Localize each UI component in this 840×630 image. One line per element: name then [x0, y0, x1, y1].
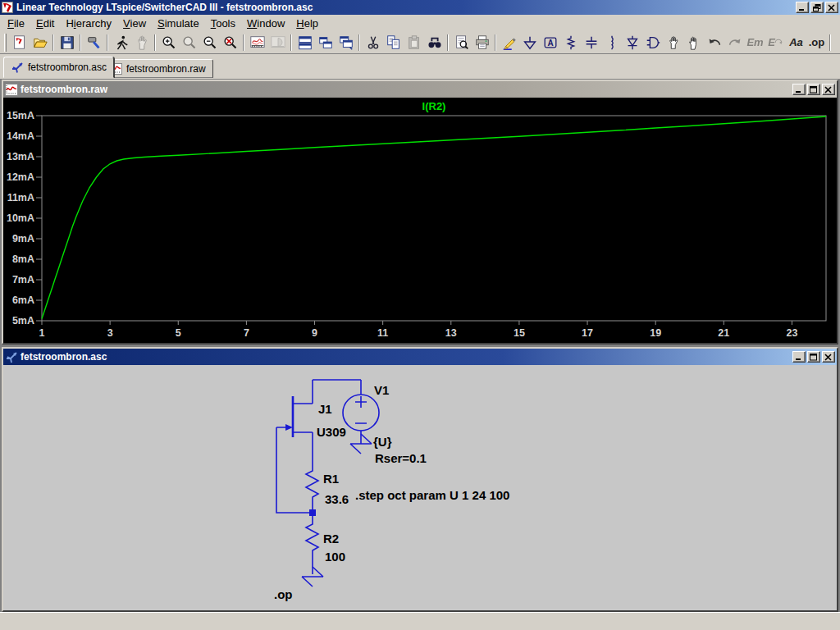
y-tick-label: 5mA	[12, 315, 34, 326]
move-icon[interactable]	[663, 33, 683, 52]
toolbar-separator	[107, 34, 108, 51]
y-tick-label: 11mA	[7, 192, 34, 203]
x-tick-label: 5	[176, 327, 181, 339]
waveform-plot-area[interactable]: 5mA6mA7mA8mA9mA10mA11mA12mA13mA14mA15mA1…	[3, 98, 837, 343]
schematic-window-title: fetstroombron.asc	[21, 351, 107, 363]
y-tick-label: 15mA	[7, 110, 34, 121]
cascade-windows-icon[interactable]	[336, 33, 356, 52]
op-directive-label: .op	[274, 587, 293, 601]
schematic-window-titlebar: fetstroombron.asc	[3, 349, 837, 365]
schematic-canvas[interactable]: V1 J1 U309 {U} Rser=0.1 R1 33.6 .step oc…	[3, 365, 837, 610]
halt-icon[interactable]	[131, 33, 152, 52]
y-tick-label: 7mA	[12, 274, 34, 285]
paste-icon[interactable]	[404, 33, 424, 52]
spice-directive-icon[interactable]: .op	[806, 33, 827, 52]
toolbar-separator	[80, 34, 81, 51]
trace-ir2	[42, 116, 826, 319]
toolbar-separator	[829, 34, 831, 51]
tab-waveform[interactable]: fetstroombron.raw	[102, 59, 213, 78]
r2-value-label: 100	[325, 550, 345, 564]
minimize-button[interactable]	[792, 84, 806, 95]
zoom-back-icon[interactable]	[179, 33, 199, 52]
menu-item-edit[interactable]: Edit	[30, 16, 60, 31]
control-panel-icon[interactable]	[84, 33, 104, 52]
undo-icon[interactable]	[704, 33, 724, 52]
place-resistor-icon[interactable]	[560, 33, 581, 52]
v1-rser-label: Rser=0.1	[375, 451, 427, 465]
efficiency-report-icon[interactable]	[267, 33, 288, 52]
zoom-in-icon[interactable]	[158, 33, 179, 52]
y-tick-label: 13mA	[7, 151, 34, 162]
trace-legend[interactable]: I(R2)	[422, 100, 446, 112]
minimize-button[interactable]	[796, 2, 809, 13]
v1-name-label: V1	[374, 383, 389, 397]
toolbar: A Em E Aa .op	[0, 31, 840, 54]
draw-wire-icon[interactable]	[499, 33, 519, 52]
menu-item-tools[interactable]: Tools	[205, 16, 241, 31]
r1-value-label: 33.6	[325, 492, 349, 506]
menu-item-hierarchy[interactable]: Hierarchy	[60, 16, 117, 31]
place-diode-icon[interactable]	[622, 33, 642, 52]
find-icon[interactable]	[424, 33, 445, 52]
open-file-icon[interactable]	[30, 33, 50, 52]
x-tick-label: 1	[39, 327, 45, 339]
tab-schematic[interactable]: fetstroombron.asc	[3, 57, 114, 78]
restore-button[interactable]	[810, 2, 824, 13]
place-ground-icon[interactable]	[519, 33, 540, 52]
place-capacitor-icon[interactable]	[581, 33, 601, 52]
menu-item-window[interactable]: Window	[241, 16, 290, 31]
x-tick-label: 19	[650, 327, 661, 339]
place-inductor-icon[interactable]	[601, 33, 622, 52]
minimize-button[interactable]	[792, 351, 806, 363]
run-icon[interactable]	[111, 33, 131, 52]
toolbar-grip[interactable]	[4, 34, 7, 52]
place-net-label-icon[interactable]: A	[540, 33, 560, 52]
close-button[interactable]	[822, 351, 835, 363]
place-component-icon[interactable]	[642, 33, 663, 52]
waveform-window: fetstroombron.raw 5mA6mA7mA8mA9mA10mA11m…	[2, 80, 838, 345]
menu-item-view[interactable]: View	[117, 16, 152, 31]
close-button[interactable]	[825, 2, 838, 13]
cut-icon[interactable]	[363, 33, 383, 52]
toolbar-separator	[290, 34, 292, 51]
toolbar-separator	[495, 34, 496, 51]
zoom-full-extents-icon[interactable]	[220, 33, 240, 52]
status-bar	[0, 612, 840, 630]
print-preview-icon[interactable]	[451, 33, 472, 52]
mirror-icon[interactable]: Em	[745, 33, 765, 52]
toolbar-separator	[243, 34, 244, 51]
new-schematic-icon[interactable]	[9, 33, 30, 52]
menu-item-help[interactable]: Help	[290, 16, 324, 31]
waveform-window-title: fetstroombron.raw	[21, 84, 107, 95]
schematic-window: fetstroombron.asc	[2, 347, 838, 612]
toolbar-separator	[52, 34, 54, 51]
copy-icon[interactable]	[383, 33, 404, 52]
zoom-out-icon[interactable]	[199, 33, 220, 52]
svg-text:A: A	[547, 38, 553, 47]
maximize-button[interactable]	[807, 84, 820, 95]
x-tick-label: 13	[445, 327, 457, 339]
y-tick-label: 12mA	[7, 171, 34, 183]
rotate-icon[interactable]: E	[765, 33, 786, 52]
plot-settings-icon[interactable]	[247, 33, 267, 52]
tile-horizontal-icon[interactable]	[294, 33, 315, 52]
menu-item-file[interactable]: File	[2, 16, 30, 31]
j1-name-label: J1	[318, 402, 332, 416]
menu-item-simulate[interactable]: Simulate	[152, 16, 205, 31]
x-tick-label: 7	[244, 327, 249, 339]
r2-name-label: R2	[323, 532, 339, 546]
tab-label: fetstroombron.asc	[28, 62, 107, 73]
drag-icon[interactable]	[683, 33, 704, 52]
schematic-doc-icon	[11, 62, 24, 73]
resistor-r1[interactable]	[306, 468, 318, 509]
tile-vertical-icon[interactable]	[315, 33, 336, 52]
close-button[interactable]	[822, 84, 835, 95]
redo-icon[interactable]	[724, 33, 745, 52]
save-icon[interactable]	[57, 33, 77, 52]
maximize-button[interactable]	[807, 351, 820, 363]
toolbar-separator	[447, 34, 449, 51]
place-text-icon[interactable]: Aa	[786, 33, 806, 52]
resistor-r2[interactable]	[306, 516, 318, 574]
print-icon[interactable]	[472, 33, 492, 52]
jfet-j1[interactable]	[276, 396, 313, 468]
